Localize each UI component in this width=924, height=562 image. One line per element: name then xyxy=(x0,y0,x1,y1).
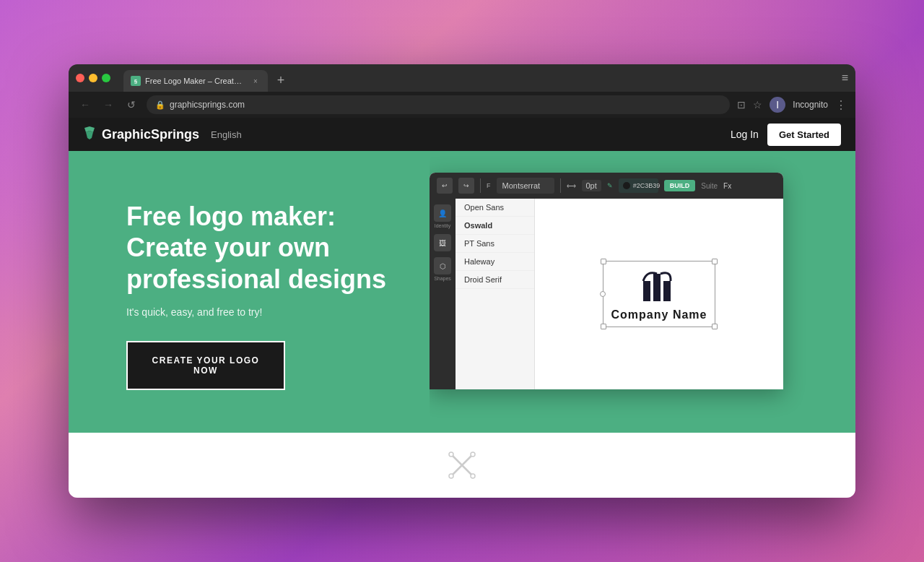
svg-rect-1 xyxy=(653,274,661,301)
cross-svg-icon xyxy=(448,451,476,480)
editor-toolbar: ↩ ↪ F Montserrat ⟷ 0pt ✎ #2C3B39 BU xyxy=(430,173,783,199)
cta-button[interactable]: CREATE YOUR LOGO NOW xyxy=(126,341,285,390)
login-button[interactable]: Log In xyxy=(731,129,759,140)
logo-text: GraphicSprings xyxy=(102,127,199,142)
handle-bl[interactable] xyxy=(601,324,606,329)
svg-point-6 xyxy=(471,452,475,457)
bookmark-icon[interactable]: ☆ xyxy=(753,99,762,111)
undo-icon[interactable]: ↩ xyxy=(437,178,453,194)
crosshair-handle[interactable] xyxy=(600,291,606,297)
nav-actions: Log In Get Started xyxy=(731,124,841,146)
browser-titlebar: § Free Logo Maker – Create a Lo... × + ≡ xyxy=(69,64,855,92)
edit-icon: ✎ xyxy=(607,182,613,189)
font-label-f: F xyxy=(487,182,491,189)
address-bar: ← → ↺ 🔒 graphicsprings.com ⊡ ☆ I Incogni… xyxy=(69,92,855,118)
font-item-oswald[interactable]: Oswald xyxy=(456,217,534,235)
tab-bar-right-menu[interactable]: ≡ xyxy=(842,72,848,85)
traffic-lights xyxy=(76,74,110,82)
image-icon: 🖼 xyxy=(434,234,451,251)
get-started-button[interactable]: Get Started xyxy=(767,124,841,146)
hero-title-line3: professional designs xyxy=(126,264,386,294)
offset-value[interactable]: 0pt xyxy=(582,180,601,191)
url-input[interactable]: 🔒 graphicsprings.com xyxy=(147,95,730,114)
graphicsprings-logo-icon xyxy=(83,125,96,144)
font-selector[interactable]: Montserrat xyxy=(497,178,554,194)
font-item-droidserif[interactable]: Droid Serif xyxy=(456,271,534,289)
canvas-logo-svg xyxy=(637,267,681,303)
font-item-ptsans[interactable]: PT Sans xyxy=(456,235,534,253)
below-hero-section xyxy=(69,433,855,498)
fx-label[interactable]: Fx xyxy=(723,182,731,190)
sidebar-item-image[interactable]: 🖼 xyxy=(434,234,451,251)
cast-icon[interactable]: ⊡ xyxy=(737,99,746,111)
shapes-icon: ⬡ xyxy=(434,257,451,274)
incognito-area: Incognito xyxy=(793,100,828,110)
handle-tr[interactable] xyxy=(712,259,718,264)
shapes-label: Shapes xyxy=(434,276,451,281)
close-button[interactable] xyxy=(76,74,84,82)
minimize-button[interactable] xyxy=(89,74,97,82)
hero-title-line2: Create your own xyxy=(126,233,330,262)
tab-close-button[interactable]: × xyxy=(250,76,261,86)
font-item-haleway[interactable]: Haleway xyxy=(456,253,534,271)
svg-rect-0 xyxy=(643,281,650,301)
hero-subtitle: It's quick, easy, and free to try! xyxy=(126,306,401,318)
font-item-opensans[interactable]: Open Sans xyxy=(456,199,534,217)
site-navbar: GraphicSprings English Log In Get Starte… xyxy=(69,118,855,151)
hero-title: Free logo maker: Create your own profess… xyxy=(126,201,401,295)
editor-canvas[interactable]: Company Name xyxy=(535,199,783,389)
forward-button[interactable]: → xyxy=(100,99,116,111)
sidebar-item-identity[interactable]: 👤 Identity xyxy=(434,204,451,228)
profile-avatar-icon[interactable]: I xyxy=(770,97,785,113)
canvas-company-name: Company Name xyxy=(611,308,707,321)
new-tab-button[interactable]: + xyxy=(271,70,291,90)
handle-tl[interactable] xyxy=(601,259,606,264)
toolbar-separator2 xyxy=(560,178,561,193)
hero-title-line1: Free logo maker: xyxy=(126,202,336,231)
toolbar-separator xyxy=(480,178,481,193)
incognito-label: Incognito xyxy=(793,100,828,110)
back-button[interactable]: ← xyxy=(77,99,93,111)
identity-icon: 👤 xyxy=(434,204,451,222)
active-tab[interactable]: § Free Logo Maker – Create a Lo... × xyxy=(123,70,268,92)
font-panel: Open Sans Oswald PT Sans Haleway Droid S… xyxy=(456,199,535,389)
browser-window: § Free Logo Maker – Create a Lo... × + ≡… xyxy=(69,64,855,498)
language-selector[interactable]: English xyxy=(211,129,242,140)
color-value: #2C3B39 xyxy=(633,182,661,189)
suite-label[interactable]: Suite xyxy=(701,182,718,190)
tab-title: Free Logo Maker – Create a Lo... xyxy=(145,77,246,85)
hero-section: Free logo maker: Create your own profess… xyxy=(69,151,855,433)
arrows-icon: ⟷ xyxy=(567,182,576,189)
handle-br[interactable] xyxy=(712,324,718,329)
website-content: GraphicSprings English Log In Get Starte… xyxy=(69,118,855,498)
browser-menu-icon[interactable]: ⋮ xyxy=(835,98,847,112)
build-button[interactable]: BUILD xyxy=(664,180,696,191)
maximize-button[interactable] xyxy=(102,74,110,82)
tab-favicon-icon: § xyxy=(131,76,141,86)
color-dot xyxy=(623,182,630,189)
editor-main: 👤 Identity 🖼 ⬡ Shapes xyxy=(430,199,783,389)
sidebar-item-shapes[interactable]: ⬡ Shapes xyxy=(434,257,451,281)
hero-left: Free logo maker: Create your own profess… xyxy=(69,151,430,433)
identity-label: Identity xyxy=(435,223,451,228)
hero-right: ↩ ↪ F Montserrat ⟷ 0pt ✎ #2C3B39 BU xyxy=(430,151,855,433)
svg-rect-2 xyxy=(663,281,671,301)
site-logo: GraphicSprings xyxy=(83,125,199,144)
svg-point-5 xyxy=(449,452,453,457)
lock-icon: 🔒 xyxy=(155,100,165,110)
redo-icon[interactable]: ↪ xyxy=(458,178,474,194)
refresh-button[interactable]: ↺ xyxy=(123,99,139,111)
cross-decoration xyxy=(448,451,476,480)
svg-point-8 xyxy=(471,474,475,478)
color-picker[interactable]: #2C3B39 xyxy=(619,178,658,193)
svg-point-7 xyxy=(449,474,453,478)
url-text: graphicsprings.com xyxy=(170,100,245,110)
editor-sidebar: 👤 Identity 🖼 ⬡ Shapes xyxy=(430,199,456,389)
tab-bar: § Free Logo Maker – Create a Lo... × + xyxy=(123,64,291,92)
canvas-logo-area: Company Name xyxy=(611,267,707,321)
editor-mockup: ↩ ↪ F Montserrat ⟷ 0pt ✎ #2C3B39 BU xyxy=(430,173,783,389)
address-bar-actions: ⊡ ☆ I Incognito ⋮ xyxy=(737,97,847,113)
